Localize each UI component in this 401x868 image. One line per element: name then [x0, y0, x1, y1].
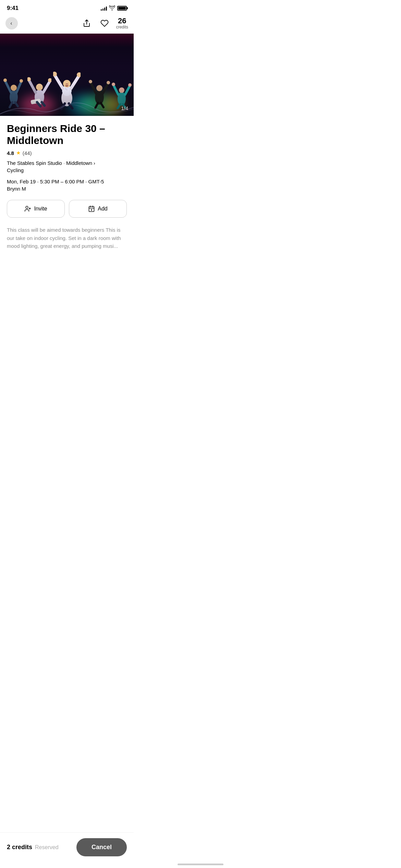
back-chevron-icon: ‹ [10, 20, 12, 26]
content-area: Beginners Ride 30 – Middletown 4.8 ★ (44… [0, 116, 134, 291]
image-counter: 1/4 [121, 105, 128, 111]
instructor-name: Brynn M [7, 186, 127, 192]
favorite-button[interactable] [98, 17, 111, 29]
class-schedule: Mon, Feb 19 · 5:30 PM – 6:00 PM · GMT-5 [7, 179, 127, 184]
status-time: 9:41 [7, 5, 19, 12]
class-category: Cycling [7, 167, 127, 173]
rating-row: 4.8 ★ (44) [7, 150, 127, 156]
credits-display[interactable]: 26 credits [116, 17, 128, 29]
svg-rect-51 [89, 207, 94, 212]
add-to-calendar-button[interactable]: Add [69, 200, 127, 218]
action-buttons: Invite Add [7, 200, 127, 218]
status-icons [101, 5, 127, 11]
class-title: Beginners Ride 30 – Middletown [7, 123, 127, 146]
battery-icon [117, 6, 127, 11]
share-icon [83, 19, 91, 27]
add-label: Add [98, 206, 107, 212]
signal-icon [101, 6, 107, 11]
studio-location: Middletown [66, 160, 92, 166]
invite-label: Invite [34, 206, 47, 212]
hero-image: 1/4 [0, 34, 134, 116]
separator: · [63, 160, 65, 166]
star-icon: ★ [16, 150, 21, 156]
wifi-icon [109, 5, 115, 11]
svg-point-48 [26, 206, 28, 209]
heart-icon [100, 19, 109, 27]
calendar-icon [88, 205, 95, 212]
nav-left: ‹ [5, 17, 18, 29]
nav-right: 26 credits [81, 17, 128, 29]
studio-link-chevron[interactable]: › [94, 160, 95, 166]
nav-bar: ‹ 26 credits [0, 14, 134, 34]
share-button[interactable] [81, 17, 93, 29]
credits-number: 26 [118, 17, 126, 25]
person-plus-icon [24, 205, 31, 212]
rating-number: 4.8 [7, 150, 14, 156]
review-count: (44) [23, 150, 32, 156]
studio-name: The Stables Spin Studio [7, 160, 62, 166]
invite-button[interactable]: Invite [7, 200, 65, 218]
studio-row: The Stables Spin Studio · Middletown › [7, 160, 127, 166]
credits-label: credits [116, 25, 128, 29]
class-photo [0, 34, 134, 116]
back-button[interactable]: ‹ [5, 17, 18, 29]
class-description: This class will be aimed towards beginne… [7, 226, 127, 250]
status-bar: 9:41 [0, 0, 134, 14]
